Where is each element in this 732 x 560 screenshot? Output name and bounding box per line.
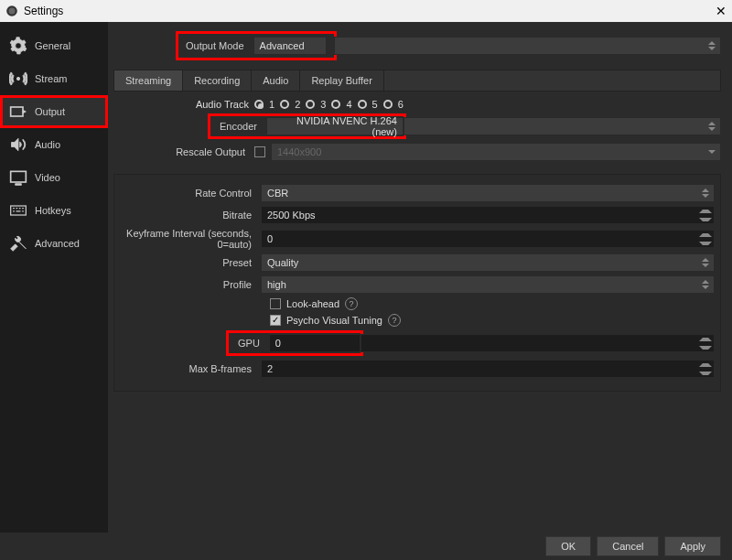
- bitrate-label: Bitrate: [120, 210, 261, 221]
- sidebar-item-video[interactable]: Video: [0, 161, 108, 194]
- rate-control-select[interactable]: CBR: [261, 184, 715, 202]
- svg-point-1: [9, 8, 16, 15]
- svg-rect-3: [11, 171, 27, 182]
- window-title: Settings: [24, 5, 716, 17]
- sidebar-item-label: Hotkeys: [35, 205, 71, 216]
- profile-select[interactable]: high: [261, 275, 715, 294]
- max-bframes-input[interactable]: 2: [261, 360, 715, 378]
- keyframe-input[interactable]: 0: [261, 230, 715, 248]
- app-logo-icon: [5, 5, 18, 17]
- svg-rect-4: [11, 206, 27, 215]
- preset-select[interactable]: Quality: [261, 253, 715, 272]
- lookahead-label: Look-ahead: [286, 298, 339, 309]
- dialog-footer: OK Cancel Apply: [0, 533, 732, 560]
- output-mode-select-full[interactable]: [334, 37, 721, 55]
- sidebar-item-advanced[interactable]: Advanced: [0, 227, 108, 260]
- encoder-settings-panel: Rate Control CBR Bitrate 2500 Kbps Keyfr…: [113, 174, 721, 392]
- sidebar-item-label: General: [35, 40, 70, 51]
- keyframe-label: Keyframe Interval (seconds, 0=auto): [120, 228, 261, 250]
- encoder-select-full[interactable]: [404, 117, 721, 135]
- audio-track-radio-3[interactable]: [306, 100, 315, 109]
- rescale-select: 1440x900: [271, 143, 721, 161]
- output-icon: [9, 102, 27, 121]
- svg-rect-2: [11, 107, 23, 116]
- sidebar-item-output[interactable]: Output: [0, 95, 108, 128]
- sidebar-item-audio[interactable]: Audio: [0, 128, 108, 161]
- rescale-label: Rescale Output: [113, 146, 254, 157]
- title-bar: Settings ✕: [0, 0, 732, 22]
- sidebar-item-general[interactable]: General: [0, 29, 108, 62]
- gpu-input[interactable]: 0: [269, 334, 361, 352]
- sidebar-item-label: Audio: [35, 139, 60, 150]
- encoder-label: Encoder: [210, 121, 266, 132]
- psycho-checkbox[interactable]: [270, 315, 281, 326]
- sidebar-item-label: Video: [35, 172, 60, 183]
- gear-icon: [9, 37, 27, 55]
- audio-track-radio-6[interactable]: [383, 100, 393, 109]
- rate-control-label: Rate Control: [120, 188, 261, 199]
- tab-recording[interactable]: Recording: [183, 70, 252, 91]
- sidebar-item-label: Stream: [35, 73, 67, 84]
- monitor-icon: [9, 168, 27, 187]
- sidebar-item-stream[interactable]: Stream: [0, 62, 108, 95]
- rescale-checkbox[interactable]: [254, 146, 265, 157]
- psycho-label: Psycho Visual Tuning: [286, 315, 382, 326]
- apply-button[interactable]: Apply: [664, 536, 721, 556]
- preset-label: Preset: [120, 257, 261, 268]
- speaker-icon: [9, 135, 27, 154]
- profile-label: Profile: [120, 279, 261, 290]
- gpu-input-full[interactable]: [361, 334, 715, 352]
- sidebar: General Stream Output Audio Video Hotkey…: [0, 22, 108, 533]
- output-mode-label: Output Mode: [186, 40, 244, 51]
- max-bframes-label: Max B-frames: [120, 363, 261, 374]
- encoder-select[interactable]: NVIDIA NVENC H.264 (new): [266, 117, 404, 135]
- audio-track-radio-1[interactable]: [254, 100, 264, 109]
- help-icon[interactable]: ?: [345, 297, 358, 310]
- sidebar-item-label: Output: [35, 106, 65, 117]
- audio-track-radio-4[interactable]: [331, 100, 340, 109]
- tools-icon: [9, 234, 27, 253]
- sidebar-item-label: Advanced: [35, 238, 80, 249]
- antenna-icon: [9, 70, 27, 88]
- tab-replay-buffer[interactable]: Replay Buffer: [300, 70, 383, 91]
- cancel-button[interactable]: Cancel: [597, 536, 659, 556]
- sidebar-item-hotkeys[interactable]: Hotkeys: [0, 194, 108, 227]
- audio-track-radio-2[interactable]: [280, 100, 289, 109]
- help-icon[interactable]: ?: [388, 314, 401, 327]
- audio-track-label: Audio Track: [181, 99, 249, 110]
- subtabs: Streaming Recording Audio Replay Buffer: [113, 70, 721, 92]
- ok-button[interactable]: OK: [545, 536, 591, 556]
- lookahead-checkbox[interactable]: [270, 298, 281, 309]
- close-icon[interactable]: ✕: [716, 4, 727, 18]
- keyboard-icon: [9, 201, 27, 220]
- output-mode-select[interactable]: Advanced: [253, 37, 327, 55]
- bitrate-input[interactable]: 2500 Kbps: [261, 206, 715, 224]
- gpu-label: GPU: [229, 338, 269, 349]
- tab-streaming[interactable]: Streaming: [114, 70, 183, 91]
- audio-track-radio-5[interactable]: [358, 100, 367, 109]
- tab-audio[interactable]: Audio: [252, 70, 300, 91]
